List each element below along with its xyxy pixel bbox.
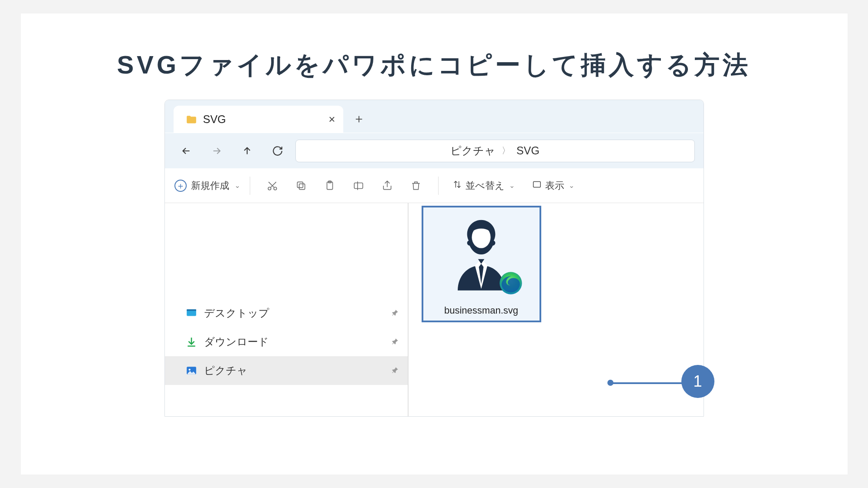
download-icon [186, 336, 197, 348]
new-label: 新規作成 [191, 179, 229, 192]
rename-icon[interactable] [346, 175, 371, 196]
sidebar-item-downloads[interactable]: ダウンロード [165, 328, 408, 356]
pin-icon [391, 364, 399, 377]
chevron-down-icon: ⌄ [235, 181, 240, 190]
pictures-icon [186, 365, 197, 376]
command-bar: ＋ 新規作成 ⌄ [165, 168, 704, 203]
desktop-icon [186, 308, 197, 319]
chevron-right-icon: 〉 [502, 145, 510, 157]
file-pane[interactable]: businessman.svg [409, 203, 704, 416]
slide: SVGファイルをパワポにコピーして挿入する方法 SVG × ＋ [21, 13, 848, 475]
sort-button[interactable]: 並べ替え ⌄ [448, 179, 519, 192]
separator [250, 177, 250, 195]
svg-rect-3 [297, 182, 303, 187]
svg-rect-9 [187, 309, 196, 311]
explorer-wrapper: SVG × ＋ ピクチャ [164, 100, 704, 417]
breadcrumb-parent: ピクチャ [450, 144, 496, 158]
refresh-button[interactable] [265, 140, 290, 161]
explorer-body: デスクトップ ダウンロード [165, 203, 704, 416]
up-button[interactable] [235, 140, 260, 161]
close-icon[interactable]: × [328, 114, 335, 125]
sidebar-item-label: ダウンロード [204, 335, 269, 349]
svg-rect-2 [299, 184, 305, 189]
tab-title: SVG [203, 113, 226, 126]
view-button[interactable]: 表示 ⌄ [528, 179, 579, 192]
svg-point-11 [188, 369, 190, 371]
share-icon[interactable] [375, 175, 400, 196]
cut-icon[interactable] [260, 175, 285, 196]
svg-point-1 [274, 187, 277, 190]
sort-icon [452, 180, 462, 192]
sidebar-item-pictures[interactable]: ピクチャ [165, 356, 408, 385]
paste-icon[interactable] [317, 175, 342, 196]
new-tab-button[interactable]: ＋ [349, 108, 369, 129]
pin-icon [391, 307, 399, 319]
edge-app-icon [499, 271, 523, 295]
page-title: SVGファイルをパワポにコピーして挿入する方法 [21, 48, 848, 82]
chevron-down-icon: ⌄ [509, 181, 515, 190]
delete-icon[interactable] [403, 175, 429, 196]
sidebar-item-label: ピクチャ [204, 364, 248, 378]
separator [438, 177, 439, 195]
forward-button[interactable] [204, 140, 229, 161]
sidebar: デスクトップ ダウンロード [165, 203, 409, 416]
new-item-button[interactable]: ＋ 新規作成 ⌄ [174, 179, 240, 192]
file-name: businessman.svg [444, 305, 518, 316]
view-icon [532, 180, 542, 192]
sidebar-item-label: デスクトップ [204, 306, 269, 320]
file-businessman-svg[interactable]: businessman.svg [422, 206, 541, 322]
svg-point-0 [268, 187, 271, 190]
svg-rect-6 [354, 183, 363, 188]
view-label: 表示 [545, 179, 564, 192]
svg-rect-7 [533, 181, 540, 187]
breadcrumb-current: SVG [516, 144, 540, 157]
back-button[interactable] [174, 140, 199, 161]
file-thumbnail [442, 211, 520, 294]
navigation-bar: ピクチャ 〉 SVG [165, 133, 704, 168]
tab-bar: SVG × ＋ [165, 100, 704, 133]
sort-label: 並べ替え [466, 179, 505, 192]
tab-svg[interactable]: SVG × [174, 106, 343, 133]
folder-icon [186, 114, 197, 124]
file-explorer-window: SVG × ＋ ピクチャ [164, 100, 704, 417]
pin-icon [391, 336, 399, 348]
copy-icon[interactable] [288, 175, 314, 196]
plus-icon: ＋ [174, 180, 187, 192]
address-bar[interactable]: ピクチャ 〉 SVG [295, 140, 695, 162]
sidebar-item-desktop[interactable]: デスクトップ [165, 299, 408, 328]
chevron-down-icon: ⌄ [569, 181, 574, 190]
